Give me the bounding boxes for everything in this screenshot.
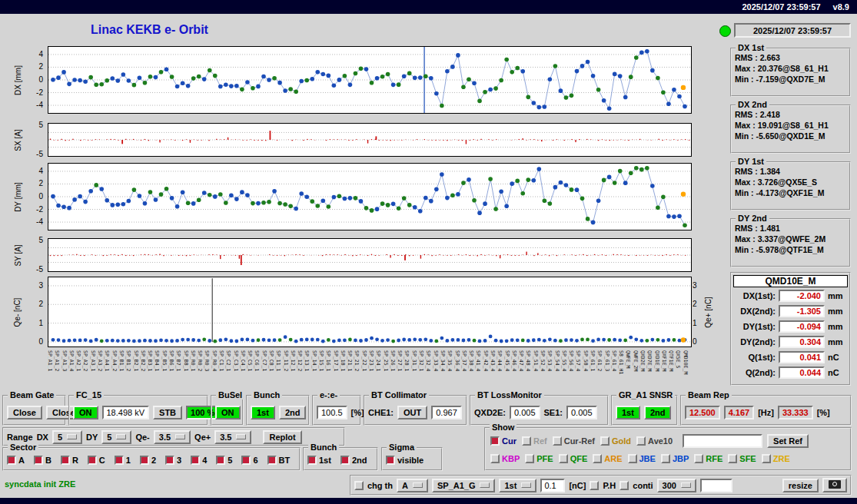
checkbox[interactable]: [636, 436, 646, 446]
checkbox-item[interactable]: Cur: [490, 436, 517, 446]
checkbox[interactable]: [7, 456, 16, 465]
checkbox[interactable]: [525, 454, 534, 463]
monitor-panel: QMD10E_M DX(1st):-2.040mmDX(2nd):-1.305m…: [730, 272, 851, 386]
checkbox[interactable]: [661, 454, 670, 463]
sector-checkbox-row: ABRC123456BT: [7, 453, 296, 467]
sx-plot-row: SX [A] 5-5: [0, 123, 722, 157]
checkbox[interactable]: [490, 436, 500, 446]
busel-title: BuSel: [216, 390, 244, 400]
sigma-group: Sigma visible: [381, 447, 443, 471]
checkbox[interactable]: [165, 456, 174, 465]
bunch-select[interactable]: 1st: [499, 479, 536, 492]
checkbox[interactable]: [490, 454, 500, 463]
ph-checkbox[interactable]: [590, 481, 599, 490]
checkbox-item[interactable]: ZRE: [762, 454, 790, 463]
chg-th-checkbox[interactable]: [354, 481, 364, 490]
xaxis-label: QWFE_M: [625, 350, 631, 368]
checkbox[interactable]: [191, 456, 200, 465]
checkbox[interactable]: [762, 454, 771, 463]
checkbox-item[interactable]: 6: [241, 456, 257, 465]
bpm-select[interactable]: SP_A1_G: [432, 479, 496, 492]
conti-checkbox[interactable]: [619, 481, 629, 490]
checkbox-item[interactable]: JBE: [628, 454, 656, 463]
checkbox-item[interactable]: KBP: [490, 454, 520, 463]
checkbox[interactable]: [553, 436, 562, 446]
checkbox-item[interactable]: 2: [140, 456, 156, 465]
checkbox-item[interactable]: PFE: [525, 454, 553, 463]
fc15-stb-button[interactable]: STB: [153, 406, 182, 419]
sector-select[interactable]: A: [397, 479, 428, 492]
interval-select[interactable]: 300: [657, 479, 696, 492]
sx-plot-area[interactable]: [48, 123, 692, 157]
checkbox[interactable]: [34, 456, 43, 465]
checkbox[interactable]: [522, 436, 531, 446]
dx-plot-area[interactable]: [48, 46, 692, 114]
set-ref-button[interactable]: Set Ref: [767, 434, 809, 448]
checkbox[interactable]: [593, 454, 602, 463]
range-dy-select[interactable]: 5: [101, 430, 131, 444]
checkbox-item[interactable]: JBP: [661, 454, 689, 463]
checkbox-item[interactable]: 1st: [307, 456, 331, 465]
range-dx-select[interactable]: 5: [52, 430, 82, 444]
sy-plot-area[interactable]: [48, 238, 692, 272]
checkbox-item[interactable]: 4: [191, 456, 207, 465]
blank-input[interactable]: [700, 479, 732, 492]
qe-plot-area[interactable]: [48, 277, 692, 347]
resize-button[interactable]: resize: [782, 479, 819, 492]
checkbox-item[interactable]: RFE: [694, 454, 722, 463]
checkbox[interactable]: [340, 456, 350, 465]
checkbox-item[interactable]: Ref: [522, 436, 547, 446]
qxd2e-value: 0.005: [510, 406, 540, 419]
option-menu-mark-icon: [236, 434, 246, 439]
checkbox-item[interactable]: QFE: [559, 454, 588, 463]
checkbox-item[interactable]: 2nd: [340, 456, 367, 465]
checkbox[interactable]: [241, 456, 251, 465]
checkbox-item[interactable]: ARE: [593, 454, 622, 463]
dy-plot-area[interactable]: [48, 163, 692, 230]
gr-snsr-2nd-button[interactable]: 2nd: [644, 406, 672, 419]
axis-tick-label: 2: [693, 300, 697, 308]
checkbox[interactable]: [386, 456, 395, 465]
ref-file-input[interactable]: [683, 434, 762, 448]
checkbox-item[interactable]: 1: [115, 456, 131, 465]
checkbox[interactable]: [628, 454, 637, 463]
replot-button[interactable]: Replot: [263, 430, 301, 444]
checkbox[interactable]: [694, 454, 703, 463]
checkbox-item[interactable]: SFE: [728, 454, 756, 463]
checkbox[interactable]: [88, 456, 97, 465]
checkbox-item[interactable]: B: [34, 456, 51, 465]
checkbox-item[interactable]: 5: [216, 456, 232, 465]
checkbox-item[interactable]: BT: [267, 456, 291, 465]
bunch-2nd-button[interactable]: 2nd: [279, 406, 307, 419]
gr-snsr-1st-button[interactable]: 1st: [616, 406, 640, 419]
stats-line: RMS : 2.663: [732, 52, 849, 63]
checkbox[interactable]: [559, 454, 568, 463]
checkbox-item[interactable]: visible: [386, 456, 424, 465]
fc15-on-button[interactable]: ON: [73, 406, 98, 419]
checkbox-item[interactable]: Gold: [600, 436, 631, 446]
checkbox[interactable]: [728, 454, 737, 463]
checkbox-item[interactable]: Ave10: [636, 436, 673, 446]
checkbox-item[interactable]: C: [88, 456, 105, 465]
threshold-input[interactable]: [540, 479, 565, 492]
checkbox[interactable]: [216, 456, 225, 465]
checkbox[interactable]: [61, 456, 70, 465]
checkbox-item[interactable]: R: [61, 456, 78, 465]
checkbox[interactable]: [600, 436, 610, 446]
busel-on-button[interactable]: ON: [215, 406, 241, 419]
bunch-1st-button[interactable]: 1st: [251, 406, 275, 419]
beam-gate-close1-button[interactable]: Close: [7, 406, 42, 419]
checkbox-item[interactable]: Cur-Ref: [553, 436, 595, 446]
xaxis-label: SP_A2_1: [75, 350, 81, 371]
checkbox[interactable]: [115, 456, 124, 465]
range-qe-plus-select[interactable]: 3.5: [214, 430, 251, 444]
checkbox-item[interactable]: 3: [165, 456, 181, 465]
checkbox[interactable]: [307, 456, 317, 465]
checkbox-item[interactable]: A: [7, 456, 25, 465]
camera-button[interactable]: [822, 478, 847, 492]
checkbox[interactable]: [267, 456, 277, 465]
che1-out-button[interactable]: OUT: [397, 406, 427, 419]
range-qe-minus-select[interactable]: 3.5: [154, 430, 191, 444]
checkbox[interactable]: [140, 456, 149, 465]
se1-value: 0.005: [566, 406, 597, 419]
